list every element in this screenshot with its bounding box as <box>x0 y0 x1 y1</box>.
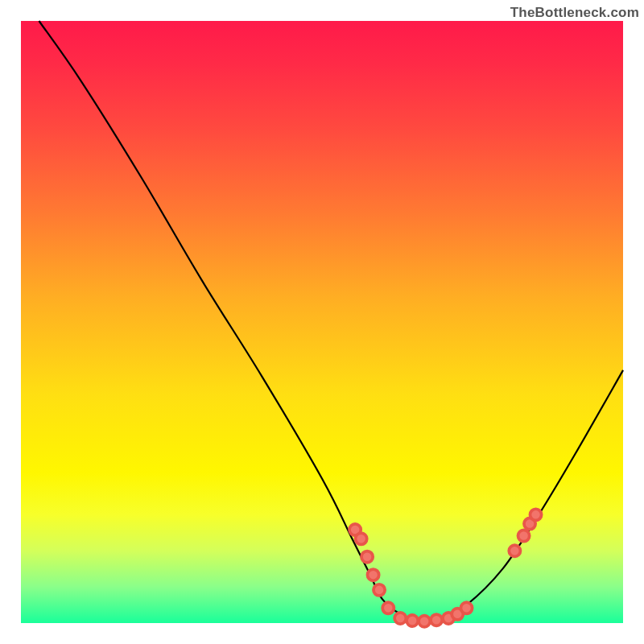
chart-frame <box>21 21 623 623</box>
chart-container: TheBottleneck.com <box>0 0 644 644</box>
watermark-text: TheBottleneck.com <box>510 5 639 21</box>
